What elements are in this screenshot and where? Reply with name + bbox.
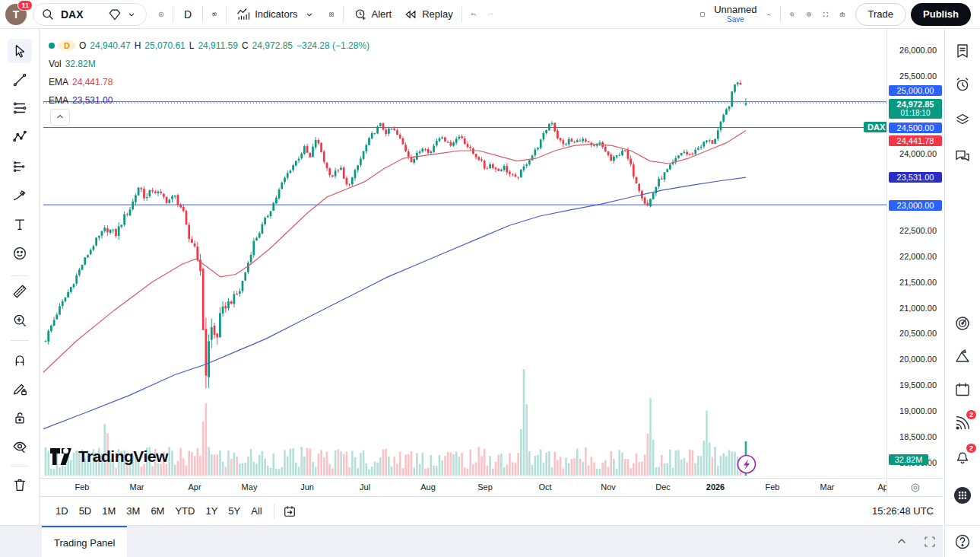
apps-grid-button[interactable] [952, 485, 973, 506]
cursor-tool[interactable] [8, 39, 32, 63]
chevron-down-icon[interactable] [123, 6, 140, 23]
indicator-templates-button[interactable] [323, 6, 340, 23]
range-button-1y[interactable]: 1Y [200, 505, 223, 517]
chevron-down-icon[interactable] [301, 6, 318, 23]
hide-drawings-icon [11, 438, 28, 455]
toolbar-separator [780, 6, 781, 23]
panel-chevron-up-icon[interactable] [893, 533, 910, 550]
projection-tool[interactable] [8, 154, 32, 179]
trade-button[interactable]: Trade [855, 3, 906, 26]
quick-search-icon[interactable] [784, 6, 801, 23]
xabcd-pattern-tool[interactable] [8, 125, 32, 149]
lightning-event-icon[interactable] [738, 456, 756, 473]
price-level-badge: 24,500.00 [889, 123, 942, 133]
alert-button[interactable]: Alert [347, 3, 398, 26]
axis-settings-gear-icon[interactable] [886, 478, 943, 496]
fib-retracement-tool[interactable] [8, 96, 32, 120]
layout-button[interactable] [694, 6, 711, 23]
price-tick: 19,000.00 [899, 406, 937, 415]
toolbar-separator [461, 6, 462, 23]
alerts-button[interactable] [952, 74, 973, 95]
emoji-tool[interactable] [8, 241, 32, 266]
range-button-6m[interactable]: 6M [145, 505, 170, 517]
range-button-5y[interactable]: 5Y [223, 505, 246, 517]
toolbar-separator [274, 504, 274, 519]
range-button-1m[interactable]: 1M [97, 505, 121, 517]
replay-button[interactable]: Replay [397, 3, 458, 26]
ideas-button[interactable] [952, 345, 973, 367]
text-tool[interactable] [8, 212, 32, 237]
go-to-date-icon[interactable] [282, 504, 297, 519]
gem-icon[interactable] [106, 6, 123, 23]
streams-button[interactable]: 2 [952, 412, 973, 434]
chat-button[interactable] [952, 145, 973, 167]
calendar-button[interactable] [952, 379, 973, 400]
indicators-button[interactable]: Indicators [230, 3, 322, 26]
price-axis[interactable]: 26,000.0025,500.0024,000.0022,500.0022,0… [886, 29, 943, 478]
settings-gear-icon[interactable] [801, 6, 817, 23]
range-button-all[interactable]: All [246, 505, 267, 517]
open-label: O [79, 40, 86, 51]
legend-collapse-button[interactable] [50, 109, 70, 126]
watchlist-button[interactable] [952, 40, 973, 62]
legend-interval-badge: D [59, 40, 75, 51]
toolbar-divider [11, 275, 29, 276]
notification-count-badge: 11 [17, 0, 33, 11]
apps-grid-icon [953, 486, 972, 504]
price-tick: 21,500.00 [899, 278, 937, 287]
high-value: 25,070.61 [144, 40, 185, 51]
legend-ohlc-row[interactable]: D O24,940.47 H25,070.61 L24,911.59 C24,9… [49, 37, 369, 55]
chevron-down-icon[interactable] [760, 6, 777, 23]
interval-button[interactable]: D [176, 3, 199, 26]
time-axis[interactable]: FebMarAprMayJunJulAugSepOctNovDec2026Feb… [40, 478, 886, 496]
trading-panel-tab[interactable]: Trading Panel [42, 526, 127, 557]
camera-icon[interactable] [834, 6, 851, 23]
time-tick: Mar [820, 482, 835, 492]
chart-type-button[interactable] [206, 6, 223, 23]
magnet-tool[interactable] [8, 348, 32, 372]
zoom-in-tool[interactable] [8, 308, 32, 333]
range-button-3m[interactable]: 3M [121, 505, 145, 517]
notifications-button[interactable]: 2 [952, 446, 973, 467]
trash-tool[interactable] [8, 473, 32, 497]
range-button-1d[interactable]: 1D [50, 505, 74, 517]
chart-legend: D O24,940.47 H25,070.61 L24,911.59 C24,9… [49, 37, 369, 110]
panel-maximize-icon[interactable] [921, 533, 938, 550]
chart-pane[interactable]: D O24,940.47 H25,070.61 L24,911.59 C24,9… [40, 29, 886, 478]
toolbar-divider [11, 340, 29, 341]
volume-label: Vol [49, 59, 62, 69]
user-avatar[interactable]: T 11 [5, 4, 27, 25]
price-level-badge: 23,531.00 [889, 172, 942, 183]
fullscreen-icon[interactable] [817, 6, 834, 23]
draw-lock-tool[interactable] [8, 377, 32, 401]
price-level-badge: 25,000.00 [889, 85, 942, 96]
legend-ema-slow-row[interactable]: EMA 23,531.00 [49, 91, 369, 110]
lock-tool[interactable] [8, 406, 32, 430]
cursor-icon [11, 43, 28, 59]
add-symbol-button[interactable] [153, 6, 170, 23]
range-button-ytd[interactable]: YTD [170, 505, 200, 517]
brush-tool[interactable] [8, 183, 32, 208]
undo-button[interactable] [465, 6, 482, 23]
legend-volume-row[interactable]: Vol 32.82M [49, 55, 369, 73]
exchange-clock[interactable]: 15:26:48 UTC [872, 505, 943, 517]
trend-line-tool[interactable] [8, 68, 32, 92]
hide-drawings-tool[interactable] [8, 434, 32, 459]
publish-button[interactable]: Publish [911, 3, 971, 26]
text-icon [11, 216, 28, 233]
legend-ema-fast-row[interactable]: EMA 24,441.78 [49, 73, 369, 91]
alert-clock-icon [352, 6, 369, 23]
object-tree-button[interactable] [952, 109, 973, 130]
redo-button[interactable] [482, 6, 499, 23]
indicators-label: Indicators [255, 8, 297, 20]
scanner-button[interactable] [952, 313, 973, 334]
streams-icon: 2 [953, 414, 972, 432]
range-button-5d[interactable]: 5D [74, 505, 97, 517]
help-button[interactable] [952, 531, 973, 552]
watchlist-icon [953, 42, 972, 60]
ruler-tool[interactable] [8, 279, 32, 304]
symbol-search[interactable]: DAX [33, 3, 147, 26]
save-label[interactable]: Save [727, 14, 744, 24]
price-tick: 18,500.00 [899, 432, 937, 441]
layout-name-button[interactable]: Unnamed Save [711, 5, 760, 24]
